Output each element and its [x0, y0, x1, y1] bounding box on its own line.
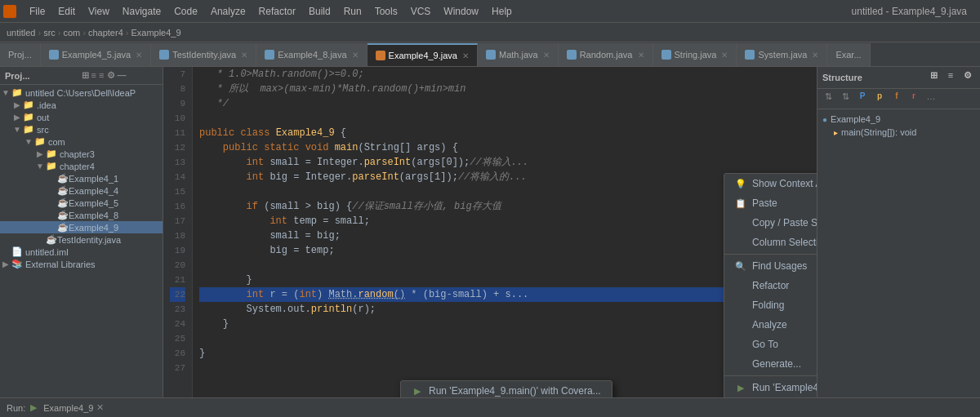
filter-more[interactable]: … [924, 91, 938, 106]
tab-example45[interactable]: Example4_5.java ✕ [41, 43, 151, 66]
tree-item-testidentity-tree[interactable]: ☕ TestIdentity.java [0, 233, 163, 246]
ctx-label-folding: Folding [752, 299, 817, 311]
ctx-run[interactable]: ▶ Run 'Example4_9.main()' Ctrl+Shift+F10 [724, 378, 817, 397]
struct-item-class[interactable]: ● Example4_9 [821, 113, 977, 126]
ctx-separator2 [724, 375, 817, 376]
ctx-show-context-actions[interactable]: 💡 Show Context Actions Alt+Enter [724, 174, 817, 193]
filter-protected[interactable]: p [872, 91, 887, 106]
tree-item-idea[interactable]: ▶ 📁 .idea [0, 99, 163, 111]
menu-build[interactable]: Build [302, 4, 337, 19]
tab-exar-label: Exar... [835, 50, 861, 60]
tab-system[interactable]: System.java ✕ [737, 43, 827, 66]
breadcrumb-chapter4[interactable]: chapter4 [88, 28, 123, 38]
code-line-10 [199, 111, 810, 126]
sort-type-icon[interactable]: ≡ [943, 70, 958, 85]
tab-example48[interactable]: Example4_8.java ✕ [256, 43, 367, 66]
ctx-refactor[interactable]: Refactor ▶ [724, 276, 817, 295]
tree-item-iml[interactable]: 📄 untitled.iml [0, 246, 163, 258]
menu-code[interactable]: Code [167, 4, 204, 19]
tab-string[interactable]: String.java ✕ [653, 43, 737, 66]
tree-item-example48-tree[interactable]: ☕ Example4_8 [0, 209, 163, 221]
tree-item-example45-tree[interactable]: ☕ Example4_5 [0, 197, 163, 209]
tree-item-extlib[interactable]: ▶ 📚 External Libraries [0, 258, 163, 270]
close-icon6[interactable]: ✕ [638, 51, 644, 60]
tree-item-out[interactable]: ▶ 📁 out [0, 111, 163, 123]
sort-btn2[interactable]: ⇅ [838, 91, 853, 106]
tree-item-example49-tree[interactable]: ☕ Example4_9 [0, 221, 163, 233]
tree-item-chapter4[interactable]: ▼ 📁 chapter4 [0, 160, 163, 172]
tab-project[interactable]: Proj... [0, 43, 41, 66]
menu-bar: File Edit View Navigate Code Analyze Ref… [0, 0, 980, 23]
menu-navigate[interactable]: Navigate [116, 4, 167, 19]
tree-item-example41[interactable]: ☕ Example4_1 [0, 172, 163, 184]
menu-edit[interactable]: Edit [51, 4, 82, 19]
submenu-run-coverage[interactable]: ▶ Run 'Example4_9.main()' with Covera... [401, 381, 612, 397]
close-icon3[interactable]: ✕ [352, 51, 359, 60]
column-icon [734, 236, 747, 249]
run-label: Run: [7, 403, 25, 413]
ctx-copy-paste-special[interactable]: Copy / Paste Special ▶ [724, 213, 817, 233]
breadcrumb-src[interactable]: src [43, 28, 56, 38]
code-line-16: if (small > big) {//保证small存小值, big存大值 [199, 199, 810, 214]
menu-view[interactable]: View [82, 4, 116, 19]
close-icon2[interactable]: ✕ [241, 51, 247, 60]
tree-item-src[interactable]: ▼ 📁 src [0, 123, 163, 135]
close-icon5[interactable]: ✕ [543, 51, 550, 60]
tree-label-e41: Example4_1 [69, 174, 118, 184]
e44-file-icon: ☕ [57, 185, 69, 196]
breadcrumb-com[interactable]: com [64, 28, 81, 38]
menu-help[interactable]: Help [485, 4, 519, 19]
struct-item-method[interactable]: ▸ main(String[]): void [821, 126, 977, 139]
paste-icon: 📋 [734, 197, 747, 210]
code-line-9: */ [199, 96, 810, 111]
goto-icon [734, 338, 747, 351]
tab-random[interactable]: Random.java ✕ [559, 43, 653, 66]
tab-exar[interactable]: Exar... [827, 43, 870, 66]
menu-window[interactable]: Window [437, 4, 485, 19]
tree-label-chapter4: chapter4 [60, 162, 95, 171]
ctx-go-to[interactable]: Go To ▶ [724, 335, 817, 354]
menu-file[interactable]: File [23, 4, 51, 19]
ctx-label-show-context: Show Context Actions [752, 178, 817, 189]
com-folder-icon: 📁 [34, 136, 46, 147]
menu-analyze[interactable]: Analyze [204, 4, 252, 19]
ctx-label-find: Find Usages [752, 260, 817, 272]
menu-run[interactable]: Run [337, 4, 368, 19]
ctx-paste[interactable]: 📋 Paste Ctrl+V [724, 193, 817, 213]
tab-math[interactable]: Math.java ✕ [478, 43, 559, 66]
menu-refactor[interactable]: Refactor [252, 4, 302, 19]
menu-tools[interactable]: Tools [368, 4, 404, 19]
extlib-icon: 📚 [11, 259, 23, 269]
ctx-generate[interactable]: Generate... Alt+Insert [724, 354, 817, 374]
expand-arrow: ▼ [0, 88, 11, 97]
menu-vcs[interactable]: VCS [404, 4, 438, 19]
close-icon[interactable]: ✕ [136, 51, 142, 60]
ctx-folding[interactable]: Folding ▶ [724, 295, 817, 315]
ctx-find-usages[interactable]: 🔍 Find Usages Alt+F7 [724, 256, 817, 276]
tree-item-example44[interactable]: ☕ Example4_4 [0, 184, 163, 197]
code-line-26: } [199, 346, 810, 361]
structure-settings-icon[interactable]: ⚙ [960, 70, 975, 85]
run-close-icon[interactable]: ✕ [96, 402, 104, 413]
ctx-analyze[interactable]: Analyze ▶ [724, 315, 817, 335]
tab-testidentity[interactable]: TestIdentity.java ✕ [151, 43, 256, 66]
close-icon4[interactable]: ✕ [462, 51, 469, 60]
sort-btn1[interactable]: ⇅ [821, 91, 835, 106]
filter-public[interactable]: P [855, 91, 870, 106]
close-icon8[interactable]: ✕ [812, 51, 818, 60]
breadcrumb-example[interactable]: Example4_9 [131, 28, 180, 38]
run-config-label[interactable]: Example4_9 [43, 403, 93, 413]
lightbulb-icon: 💡 [734, 177, 747, 190]
sort-alpha-icon[interactable]: ⊞ [926, 70, 941, 85]
project-tree: ▼ 📁 untitled C:\Users\Dell\IdeaP ▶ 📁 .id… [0, 85, 163, 397]
breadcrumb-untitled[interactable]: untitled [7, 28, 35, 38]
filter-private[interactable]: r [906, 91, 921, 106]
tab-example49[interactable]: Example4_9.java ✕ [368, 43, 478, 66]
tree-item-com[interactable]: ▼ 📁 com [0, 135, 163, 148]
ctx-column-mode[interactable]: Column Selection Mode Alt+Shift+Insert [724, 233, 817, 252]
tree-item-chapter3[interactable]: ▶ 📁 chapter3 [0, 148, 163, 160]
close-icon7[interactable]: ✕ [721, 51, 728, 60]
filter-fields[interactable]: f [889, 91, 904, 106]
code-editor[interactable]: 7 8 9 10 11 12 13 14 15 16 17 18 19 20 2… [163, 67, 817, 397]
tree-item-untitled[interactable]: ▼ 📁 untitled C:\Users\Dell\IdeaP [0, 87, 163, 99]
